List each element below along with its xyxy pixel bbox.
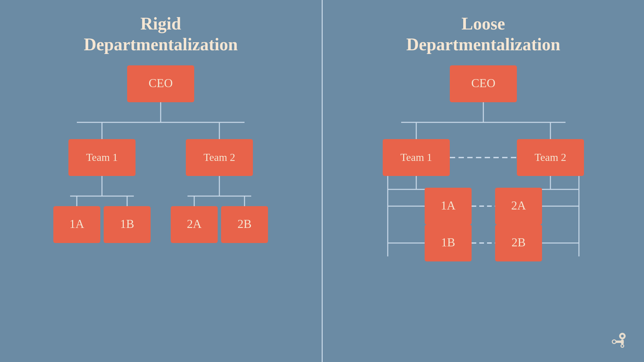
svg-point-47 bbox=[621, 335, 624, 337]
rigid-org-chart: CEO Team 1 Team 2 1A 1B bbox=[43, 65, 278, 260]
right-2a-label: 2A bbox=[511, 199, 526, 212]
left-team1-label: Team 1 bbox=[86, 151, 118, 163]
left-ceo-label: CEO bbox=[149, 76, 173, 90]
left-team2-label: Team 2 bbox=[204, 151, 235, 163]
right-title: Loose Departmentalization bbox=[406, 13, 560, 55]
loose-org-chart: CEO Team 1 Team 2 1A 1B bbox=[358, 65, 609, 266]
svg-point-48 bbox=[613, 340, 615, 343]
left-1a-label: 1A bbox=[69, 217, 84, 231]
right-team2-label: Team 2 bbox=[534, 151, 566, 163]
right-panel: Loose Departmentalization CEO Team 1 Tea… bbox=[323, 0, 644, 362]
right-team1-label: Team 1 bbox=[400, 151, 432, 163]
right-1b-label: 1B bbox=[441, 236, 455, 249]
right-2b-label: 2B bbox=[512, 236, 526, 249]
left-2b-label: 2B bbox=[237, 217, 252, 231]
right-ceo-label: CEO bbox=[471, 76, 495, 90]
right-1a-label: 1A bbox=[441, 199, 455, 212]
left-2a-label: 2A bbox=[187, 217, 202, 231]
left-1b-label: 1B bbox=[120, 217, 134, 231]
left-panel: Rigid Departmentalization CEO Team 1 Tea… bbox=[0, 0, 322, 362]
svg-point-50 bbox=[622, 345, 624, 347]
hubspot-icon bbox=[607, 327, 631, 352]
left-title: Rigid Departmentalization bbox=[84, 13, 238, 55]
